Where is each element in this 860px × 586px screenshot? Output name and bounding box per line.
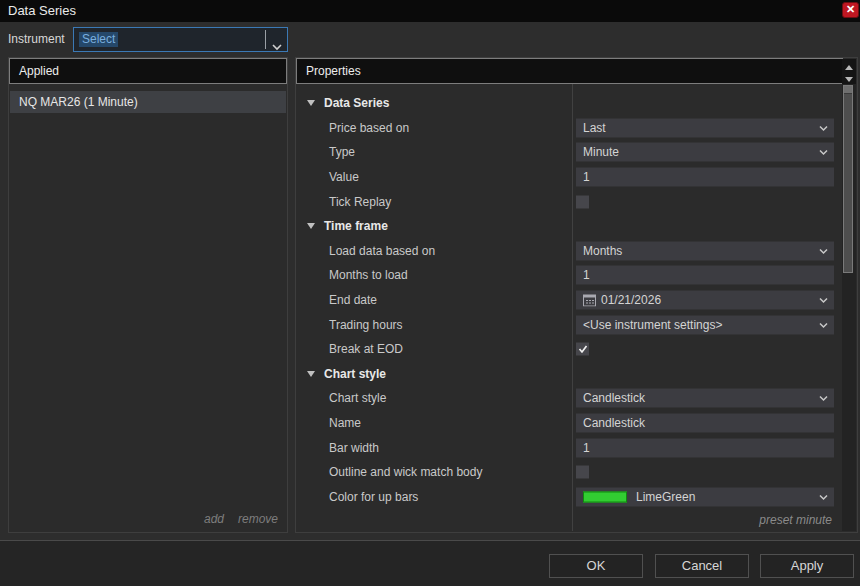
- properties-header: Properties: [296, 58, 843, 84]
- chevron-down-icon: [819, 248, 828, 254]
- chevron-down-icon: [819, 322, 828, 328]
- chevron-down-icon: [272, 37, 282, 55]
- chevron-down-icon: [819, 396, 828, 402]
- color-swatch: [583, 491, 627, 502]
- property-row-type: Type Minute: [297, 140, 842, 165]
- load-data-based-on-dropdown[interactable]: Months: [576, 241, 834, 260]
- remove-link[interactable]: remove: [238, 512, 278, 526]
- dialog-title: Data Series: [8, 0, 76, 22]
- close-button[interactable]: ✕: [842, 2, 859, 18]
- name-input[interactable]: Candlestick: [576, 414, 834, 433]
- category-row-chart-style[interactable]: Chart style: [297, 362, 842, 387]
- calendar-icon: [583, 294, 596, 307]
- months-to-load-input[interactable]: 1: [576, 266, 834, 285]
- end-date-picker[interactable]: 01/21/2026: [576, 291, 834, 310]
- applied-header: Applied: [9, 58, 287, 84]
- chevron-down-icon: [819, 298, 828, 304]
- apply-button[interactable]: Apply: [760, 554, 854, 578]
- property-row-bar-width: Bar width 1: [297, 435, 842, 460]
- chevron-down-icon: [819, 494, 828, 500]
- property-row-price-based-on: Price based on Last: [297, 116, 842, 141]
- tick-replay-checkbox[interactable]: [576, 195, 589, 208]
- instrument-dropdown[interactable]: Select: [73, 27, 288, 52]
- property-row-tick-replay: Tick Replay: [297, 189, 842, 214]
- property-row-chart-style: Chart style Candlestick: [297, 386, 842, 411]
- chart-style-dropdown[interactable]: Candlestick: [576, 389, 834, 408]
- properties-panel: Properties Data Series: [295, 57, 858, 533]
- add-link[interactable]: add: [204, 512, 224, 526]
- property-row-load-data-based-on: Load data based on Months: [297, 239, 842, 264]
- color-up-bars-dropdown[interactable]: LimeGreen: [576, 487, 834, 506]
- scroll-down-button[interactable]: [842, 71, 856, 83]
- category-expander-icon: [307, 371, 315, 377]
- add-remove-links: addremove: [204, 512, 278, 526]
- break-at-eod-checkbox[interactable]: [576, 343, 589, 356]
- property-row-color-up-bars: Color for up bars LimeGreen: [297, 485, 842, 510]
- chevron-down-icon: [819, 125, 828, 131]
- data-series-dialog: Data Series ✕ Instrument Select Applied …: [0, 0, 860, 586]
- ok-button[interactable]: OK: [549, 554, 643, 578]
- price-based-on-dropdown[interactable]: Last: [576, 118, 834, 137]
- chevron-down-icon: [819, 150, 828, 156]
- dropdown-separator: [265, 30, 266, 49]
- category-row-data-series[interactable]: Data Series: [297, 91, 842, 116]
- scrollbar-thumb[interactable]: [843, 85, 853, 273]
- category-row-time-frame[interactable]: Time frame: [297, 214, 842, 239]
- trading-hours-dropdown[interactable]: <Use instrument settings>: [576, 315, 834, 334]
- property-row-trading-hours: Trading hours <Use instrument settings>: [297, 312, 842, 337]
- property-grid: Data Series Price based on Last Type Min…: [297, 84, 842, 531]
- scrollbar-track[interactable]: [842, 84, 856, 531]
- instrument-label: Instrument: [8, 27, 65, 52]
- type-dropdown[interactable]: Minute: [576, 143, 834, 162]
- value-input[interactable]: 1: [576, 168, 834, 187]
- checkmark-icon: [578, 340, 588, 357]
- category-expander-icon: [307, 223, 315, 229]
- title-bar: Data Series ✕: [0, 0, 860, 22]
- footer: OK Cancel Apply: [0, 541, 860, 586]
- applied-list-item[interactable]: NQ MAR26 (1 Minute): [10, 91, 286, 113]
- close-icon: ✕: [846, 3, 855, 15]
- cancel-button[interactable]: Cancel: [655, 554, 749, 578]
- category-expander-icon: [307, 100, 315, 106]
- instrument-value: Select: [79, 32, 118, 47]
- preset-minute-link[interactable]: preset minute: [759, 513, 832, 527]
- property-row-name: Name Candlestick: [297, 411, 842, 436]
- outline-wick-match-checkbox[interactable]: [576, 466, 589, 479]
- scrollbar-grip: [844, 86, 852, 94]
- scroll-buttons: [842, 59, 856, 84]
- applied-panel: Applied NQ MAR26 (1 Minute) addremove: [8, 57, 288, 533]
- property-row-months-to-load: Months to load 1: [297, 263, 842, 288]
- property-row-end-date: End date 01/21/2026: [297, 288, 842, 313]
- property-row-outline-wick-match: Outline and wick match body: [297, 460, 842, 485]
- property-row-break-at-eod: Break at EOD: [297, 337, 842, 362]
- bar-width-input[interactable]: 1: [576, 438, 834, 457]
- property-row-value: Value 1: [297, 165, 842, 190]
